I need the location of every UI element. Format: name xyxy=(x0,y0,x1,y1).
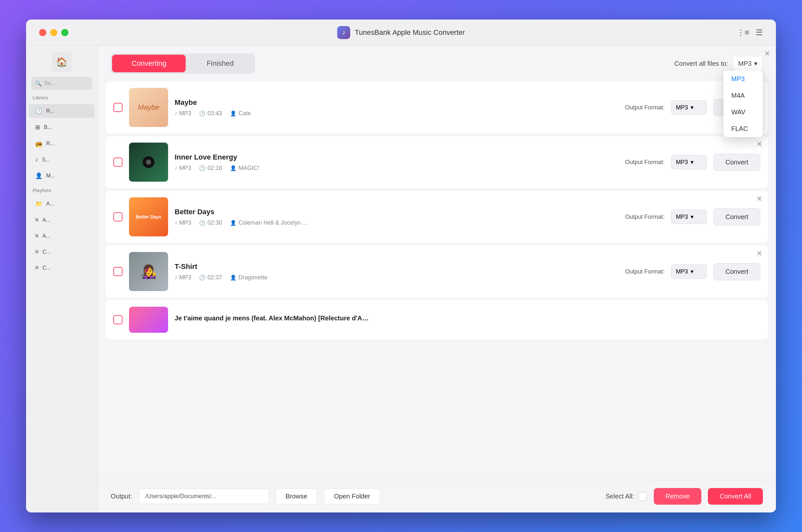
song-checkbox-3[interactable] xyxy=(113,212,123,222)
song-artwork-4: 👩‍🎤 xyxy=(129,252,168,291)
output-format-select-3[interactable]: MP3 ▾ xyxy=(671,210,707,224)
remove-button[interactable]: Remove xyxy=(654,488,701,505)
clock-icon-3: 🕐 xyxy=(199,220,206,226)
tab-group: Converting Finished xyxy=(111,53,255,74)
converter-header: Converting Finished Convert all files to… xyxy=(98,45,776,81)
sidebar-item-browse[interactable]: ⊞ B... xyxy=(29,120,95,134)
songs-icon: ♪ xyxy=(35,156,38,163)
song-checkbox-4[interactable] xyxy=(113,267,123,276)
sidebar-item-playlist-1[interactable]: 📁 A... xyxy=(29,197,95,211)
song-checkbox-1[interactable] xyxy=(113,103,123,112)
song-meta-2: ♪ MP3 🕐 02:16 👤 MAGIC! xyxy=(174,165,619,172)
remove-song-3-button[interactable]: ✕ xyxy=(757,195,762,203)
sidebar-item-label: A... xyxy=(43,217,51,223)
sidebar-home-icon[interactable]: 🏠 xyxy=(52,52,72,72)
convert-button-4[interactable]: Convert xyxy=(713,263,760,280)
format-dropdown[interactable]: MP3 ▾ MP3 M4A WAV FLAC xyxy=(733,56,763,71)
output-format-select-1[interactable]: MP3 ▾ xyxy=(671,100,707,115)
song-artist-1: 👤 Cate xyxy=(230,110,251,117)
sidebar-item-label: S... xyxy=(42,157,50,163)
sidebar-item-songs[interactable]: ♪ S... xyxy=(29,153,95,166)
converter-modal: ♪ TunesBank Apple Music Converter ⋮≡ ☰ 🏠… xyxy=(26,20,776,512)
sidebar-item-radio[interactable]: 📻 R... xyxy=(29,137,95,150)
song-duration-3: 🕐 02:30 xyxy=(199,220,222,226)
song-checkbox-5[interactable] xyxy=(113,315,123,324)
tab-finished[interactable]: Finished xyxy=(187,55,253,72)
song-artwork-2 xyxy=(129,142,168,182)
song-meta-3: ♪ MP3 🕐 02:30 👤 Coleman Hell & Jocelyn . xyxy=(174,220,619,226)
radio-icon: 📻 xyxy=(35,140,42,147)
person-icon-1: 👤 xyxy=(230,110,237,117)
song-artist-3: 👤 Coleman Hell & Jocelyn ... xyxy=(230,220,307,226)
output-format-select-4[interactable]: MP3 ▾ xyxy=(671,264,707,279)
sidebar-item-profile[interactable]: 👤 M... xyxy=(29,169,95,183)
open-folder-button[interactable]: Open Folder xyxy=(324,488,380,504)
song-info-1: Maybe ♪ MP3 🕐 03:43 xyxy=(174,98,619,117)
song-meta-4: ♪ MP3 🕐 02:37 👤 Dragonette xyxy=(174,274,619,281)
format-select-arrow-1: ▾ xyxy=(691,104,693,111)
svg-point-1 xyxy=(146,159,151,165)
output-format-label-2: Output Format: xyxy=(625,159,665,166)
queue-icon[interactable]: ⋮≡ xyxy=(737,28,749,37)
remove-song-2-button[interactable]: ✕ xyxy=(757,141,762,148)
song-format-1: ♪ MP3 xyxy=(174,110,191,117)
convert-button-2[interactable]: Convert xyxy=(713,154,760,171)
person-icon-2: 👤 xyxy=(230,165,237,171)
output-path[interactable]: /Users/apple/Documents/... xyxy=(139,489,269,504)
output-format-label-3: Output Format: xyxy=(625,214,665,221)
search-bar[interactable]: 🔍 Se... xyxy=(31,77,92,90)
sidebar-item-label: A... xyxy=(43,233,51,239)
sidebar-item-label: M... xyxy=(46,173,55,179)
format-option-mp3[interactable]: MP3 xyxy=(724,71,763,87)
select-all-label: Select All: xyxy=(605,493,634,500)
song-controls-3: Output Format: MP3 ▾ Convert xyxy=(625,208,760,226)
profile-icon: 👤 xyxy=(35,172,42,179)
song-format-4: ♪ MP3 xyxy=(174,274,191,281)
format-option-wav[interactable]: WAV xyxy=(724,104,763,120)
search-icon: 🔍 xyxy=(35,80,42,87)
clock-icon-2: 🕐 xyxy=(199,165,206,171)
remove-song-4-button[interactable]: ✕ xyxy=(757,250,762,257)
playlist-icon-2: ≡ xyxy=(35,216,39,223)
title-bar: ♪ TunesBank Apple Music Converter ⋮≡ ☰ xyxy=(26,20,776,45)
browse-button[interactable]: Browse xyxy=(276,488,318,504)
close-traffic-light[interactable] xyxy=(39,29,46,36)
select-all-group: Select All: xyxy=(605,492,647,501)
sidebar-item-recently-played[interactable]: 🕐 R... xyxy=(29,104,95,118)
playlist-icon-5: ≡ xyxy=(35,264,39,271)
search-placeholder: Se... xyxy=(44,80,55,86)
song-title-1: Maybe xyxy=(174,98,619,107)
format-option-m4a[interactable]: M4A xyxy=(724,87,763,104)
sidebar-item-playlist-4[interactable]: ≡ C... xyxy=(29,245,95,259)
menu-icon[interactable]: ☰ xyxy=(756,28,763,37)
song-info-4: T-Shirt ♪ MP3 🕐 02:37 xyxy=(174,262,619,281)
clock-icon-4: 🕐 xyxy=(199,274,206,281)
recently-played-icon: 🕐 xyxy=(35,108,42,115)
song-artwork-3: Better Days xyxy=(129,197,168,236)
sidebar-item-playlist-2[interactable]: ≡ A... xyxy=(29,213,95,227)
app-window: ♪ TunesBank Apple Music Converter ⋮≡ ☰ 🏠… xyxy=(0,0,802,532)
song-title-4: T-Shirt xyxy=(174,262,619,271)
convert-button-3[interactable]: Convert xyxy=(713,208,760,226)
output-format-select-2[interactable]: MP3 ▾ xyxy=(671,155,707,169)
song-format-2: ♪ MP3 xyxy=(174,165,191,172)
minimize-traffic-light[interactable] xyxy=(50,29,57,36)
song-info-3: Better Days ♪ MP3 🕐 02:30 xyxy=(174,208,619,226)
sidebar-item-playlist-3[interactable]: ≡ A... xyxy=(29,229,95,243)
app-title: TunesBank Apple Music Converter xyxy=(355,28,465,37)
sidebar-item-label: C... xyxy=(43,249,51,255)
music-note-icon-2: ♪ xyxy=(174,165,177,171)
music-note-icon-1: ♪ xyxy=(174,110,177,116)
convert-all-button[interactable]: Convert All xyxy=(708,488,763,505)
format-option-flac[interactable]: FLAC xyxy=(724,120,763,137)
convert-all-format: Convert all files to: MP3 ▾ MP3 M4A WAV … xyxy=(674,56,763,71)
tab-converting[interactable]: Converting xyxy=(112,55,186,72)
format-dropdown-menu: MP3 M4A WAV FLAC xyxy=(724,71,763,137)
title-right-buttons: ⋮≡ ☰ xyxy=(737,28,763,37)
song-meta-1: ♪ MP3 🕐 03:43 👤 Cate xyxy=(174,110,619,117)
song-checkbox-2[interactable] xyxy=(113,157,123,167)
clock-icon-1: 🕐 xyxy=(199,110,206,117)
maximize-traffic-light[interactable] xyxy=(61,29,69,36)
sidebar-item-playlist-5[interactable]: ≡ C... xyxy=(29,261,95,274)
select-all-checkbox[interactable] xyxy=(638,492,647,501)
